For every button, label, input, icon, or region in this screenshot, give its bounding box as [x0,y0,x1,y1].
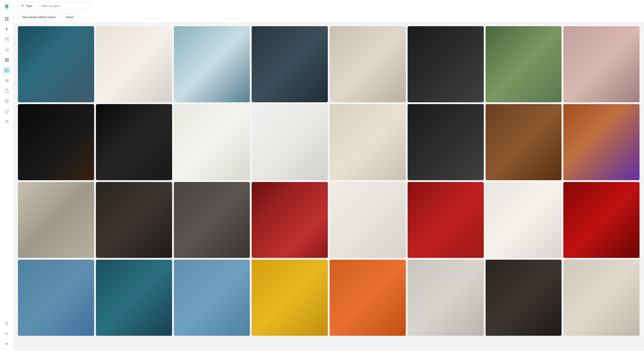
grid-item[interactable] [408,26,484,102]
svg-rect-1 [7,17,8,18]
grid-item[interactable] [330,104,406,180]
svg-line-11 [6,49,8,49]
sidebar-item-settings-gear[interactable] [2,76,11,85]
toolbar: View assets without topics Select [14,12,644,23]
sidebar-item-documents[interactable] [2,86,11,95]
svg-rect-4 [5,38,8,42]
grid-item[interactable] [18,260,94,336]
svg-point-10 [8,50,8,51]
sidebar-bottom: AZ [2,319,11,348]
grid-item[interactable] [252,260,328,336]
topic-divider [35,4,36,8]
sidebar-item-language[interactable]: AZ [2,329,11,338]
svg-point-23 [6,69,6,70]
grid-item[interactable] [252,26,328,102]
svg-line-36 [22,5,23,6]
svg-point-24 [5,99,8,103]
svg-point-33 [22,5,23,5]
grid-item[interactable] [96,104,172,180]
grid-item[interactable] [486,104,562,180]
svg-point-9 [8,48,8,49]
grid-item[interactable] [486,260,562,336]
sidebar-item-content[interactable] [2,35,11,44]
svg-point-32 [6,344,7,345]
svg-point-29 [6,322,8,324]
svg-text:AZ: AZ [5,333,8,335]
view-assets-without-topics-button[interactable]: View assets without topics [18,14,60,20]
svg-point-25 [6,100,8,102]
arrow-down-icon: ↓ [38,4,40,7]
topic-text: Topic [26,4,32,7]
grid-item[interactable] [174,104,250,180]
svg-rect-3 [7,19,8,20]
sidebar-item-dashboard[interactable] [2,14,11,23]
grid-item[interactable] [408,260,484,336]
header: Topic ↓ [14,0,644,12]
grid-item[interactable] [408,182,484,258]
svg-rect-17 [6,59,8,61]
topic-icon [21,4,24,7]
grid-item[interactable] [486,26,562,102]
grid-item[interactable] [18,182,94,258]
grid-item[interactable] [174,260,250,336]
grid-item[interactable] [563,260,640,336]
grid-item[interactable] [563,182,640,258]
svg-rect-2 [5,19,6,20]
svg-rect-20 [6,61,8,62]
svg-point-34 [22,6,22,7]
sidebar-item-collections[interactable] [2,45,11,54]
svg-rect-13 [5,58,6,59]
grid-container [14,23,644,351]
select-button[interactable]: Select [62,14,78,20]
grid-item[interactable] [408,104,484,180]
grid-item[interactable] [18,104,94,180]
svg-line-30 [8,324,8,325]
topic-filter-input[interactable] [41,4,87,7]
svg-line-37 [23,5,24,6]
svg-rect-16 [5,59,6,61]
sidebar-item-assets[interactable] [2,66,11,75]
svg-rect-21 [8,61,9,62]
sidebar-item-media[interactable] [2,97,11,106]
sidebar-item-analytics[interactable] [2,107,11,116]
grid-item[interactable] [486,182,562,258]
svg-rect-0 [5,17,6,18]
sidebar-item-launch[interactable] [2,25,11,33]
image-grid [18,26,640,336]
topic-filter[interactable]: Topic ↓ [18,2,90,9]
topic-label-wrapper: Topic [21,4,32,7]
grid-item[interactable] [330,260,406,336]
svg-point-35 [23,6,24,7]
svg-rect-18 [8,59,9,61]
grid-item[interactable] [174,26,250,102]
main-content: Topic ↓ View assets without topics Selec… [14,0,644,351]
svg-line-12 [6,50,8,51]
sidebar: AZ [0,0,14,351]
sidebar-item-apps[interactable] [2,55,11,64]
sidebar-item-settings[interactable] [2,339,11,348]
sidebar-item-users[interactable] [2,117,11,126]
grid-item[interactable] [563,104,640,180]
grid-item[interactable] [18,26,94,102]
grid-item[interactable] [96,260,172,336]
grid-item[interactable] [252,104,328,180]
svg-rect-14 [6,58,8,59]
grid-item[interactable] [563,26,640,102]
svg-point-8 [5,49,6,50]
svg-rect-15 [8,58,9,59]
grid-item[interactable] [174,182,250,258]
svg-point-27 [6,120,7,122]
svg-rect-19 [5,61,6,62]
svg-rect-22 [5,68,8,72]
grid-item[interactable] [96,26,172,102]
app-logo[interactable] [3,3,11,11]
svg-point-28 [7,121,8,122]
sidebar-item-search[interactable] [2,319,11,328]
grid-item[interactable] [252,182,328,258]
grid-item[interactable] [96,182,172,258]
grid-item[interactable] [330,26,406,102]
grid-item[interactable] [330,182,406,258]
